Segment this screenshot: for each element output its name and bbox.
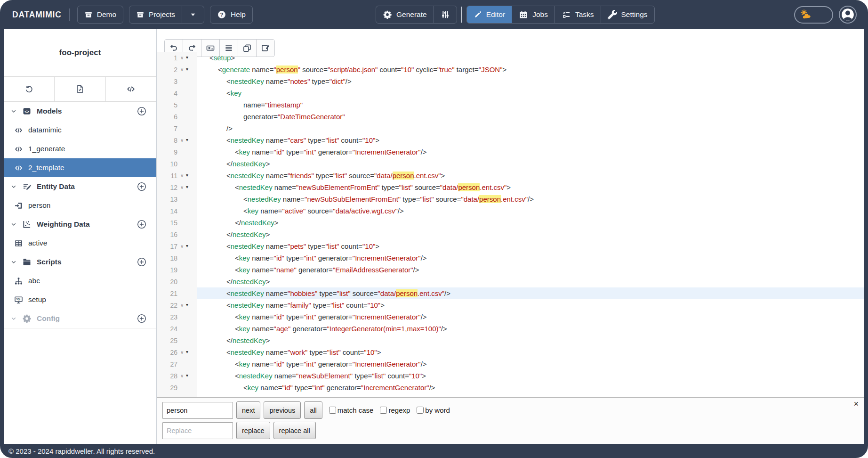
- fold-triangle-icon[interactable]: ▼: [185, 185, 189, 189]
- fold-chevron-icon[interactable]: ∨: [180, 138, 184, 143]
- code-line-2[interactable]: <generate name="person" source="script/a…: [197, 64, 864, 75]
- add-scripts-button[interactable]: [137, 257, 147, 267]
- code-line-6[interactable]: generator="DateTimeGenerator": [197, 111, 864, 123]
- code-line-4[interactable]: <key: [197, 87, 864, 99]
- fold-chevron-icon[interactable]: ∨: [180, 374, 184, 378]
- code-line-14[interactable]: <key name="active" source="data/active.w…: [197, 205, 864, 217]
- fold-triangle-icon[interactable]: ▼: [185, 374, 189, 378]
- replace-button[interactable]: replace: [236, 422, 270, 439]
- fold-chevron-icon[interactable]: ∨: [180, 350, 184, 355]
- fold-triangle-icon[interactable]: ▼: [185, 244, 189, 248]
- by-word-checkbox[interactable]: [417, 407, 424, 414]
- find-all-button[interactable]: all: [304, 401, 322, 419]
- generate-button[interactable]: Generate: [376, 6, 434, 23]
- sidebar-item-2-template[interactable]: 2_template: [4, 158, 156, 177]
- code-line-22[interactable]: <nestedKey name="family" type="list" cou…: [197, 299, 864, 311]
- add-models-button[interactable]: [137, 106, 147, 116]
- code-line-15[interactable]: </nestedKey>: [197, 217, 864, 229]
- find-previous-button[interactable]: previous: [264, 401, 301, 419]
- add-config-button[interactable]: [137, 313, 147, 324]
- code-line-18[interactable]: <key name="id" type="int" generator="Inc…: [197, 252, 864, 264]
- code-line-1[interactable]: <setup>: [197, 52, 864, 64]
- sidebar-item-1-generate[interactable]: 1_generate: [4, 139, 156, 158]
- by-word-option[interactable]: by word: [417, 406, 450, 414]
- sidebar-section-models[interactable]: <>Models: [4, 102, 156, 121]
- sidebar-item-person[interactable]: person: [4, 196, 156, 215]
- user-menu-button[interactable]: [839, 6, 857, 24]
- sidebar-item-setup[interactable]: SQLsetup: [4, 290, 156, 309]
- editor-code[interactable]: <setup><generate name="person" source="s…: [197, 52, 864, 397]
- code-line-8[interactable]: <nestedKey name="cars" type="list" count…: [197, 134, 864, 146]
- match-case-checkbox[interactable]: [329, 407, 336, 414]
- replace-input[interactable]: [162, 422, 233, 439]
- demo-button[interactable]: Demo: [77, 6, 123, 24]
- code-line-23[interactable]: <key name="id" type="int" generator="Inc…: [197, 311, 864, 323]
- fold-chevron-icon[interactable]: ∨: [180, 185, 184, 190]
- code-line-17[interactable]: <nestedKey name="pets" type="list" count…: [197, 240, 864, 252]
- code-line-29[interactable]: <key name="id" type="int" generator="Inc…: [197, 382, 864, 393]
- help-button[interactable]: ? Help: [210, 6, 253, 24]
- fold-triangle-icon[interactable]: ▼: [185, 67, 189, 72]
- fold-triangle-icon[interactable]: ▼: [185, 303, 189, 307]
- fold-chevron-icon[interactable]: ∨: [180, 303, 184, 308]
- fold-triangle-icon[interactable]: ▼: [185, 138, 189, 142]
- code-line-28[interactable]: <nestedKey name="newSubElement" type="li…: [197, 370, 864, 382]
- fold-chevron-icon[interactable]: ∨: [180, 244, 184, 249]
- fold-triangle-icon[interactable]: ▼: [185, 350, 189, 354]
- fold-triangle-icon[interactable]: ▼: [185, 56, 189, 60]
- fold-markers[interactable]: ∨▼: [177, 185, 189, 190]
- code-line-9[interactable]: <key name="id" type="int" generator="Inc…: [197, 146, 864, 158]
- generate-options-button[interactable]: [434, 6, 457, 23]
- replace-all-button[interactable]: replace all: [273, 422, 316, 439]
- code-line-13[interactable]: <nestedKey name="newSubSubElementFromEnt…: [197, 193, 864, 205]
- sidebar-item-abc[interactable]: abc: [4, 271, 156, 290]
- tab-settings[interactable]: Settings: [601, 6, 654, 23]
- find-next-button[interactable]: next: [236, 401, 260, 419]
- sidebar-section-entity-data[interactable]: Entity Data: [4, 177, 156, 196]
- tab-editor[interactable]: Editor: [467, 6, 512, 23]
- refresh-button[interactable]: [4, 77, 54, 101]
- fold-markers[interactable]: ∨▼: [177, 244, 189, 249]
- fold-markers[interactable]: ∨▼: [177, 303, 189, 308]
- fold-markers[interactable]: ∨▼: [177, 67, 189, 72]
- file-check-button[interactable]: [54, 77, 105, 101]
- sidebar-item-active[interactable]: active: [4, 234, 156, 253]
- code-line-16[interactable]: </nestedKey>: [197, 229, 864, 240]
- tab-tasks[interactable]: Tasks: [555, 6, 601, 23]
- find-input[interactable]: [162, 402, 233, 419]
- code-line-24[interactable]: <key name="age" generator="IntegerGenera…: [197, 323, 864, 335]
- fold-markers[interactable]: ∨▼: [177, 173, 189, 178]
- sidebar-section-config[interactable]: Config: [4, 309, 156, 328]
- regexp-checkbox[interactable]: [380, 407, 387, 414]
- code-line-5[interactable]: name="timestamp": [197, 99, 864, 111]
- fold-markers[interactable]: ∨▼: [177, 138, 189, 143]
- fold-chevron-icon[interactable]: ∨: [180, 173, 184, 178]
- fold-chevron-icon[interactable]: ∨: [180, 67, 184, 72]
- regexp-option[interactable]: regexp: [380, 406, 410, 414]
- code-line-3[interactable]: <nestedKey name="notes" type="dict"/>: [197, 75, 864, 87]
- add-entity-data-button[interactable]: [137, 181, 147, 192]
- fold-markers[interactable]: ∨▼: [177, 374, 189, 378]
- fold-markers[interactable]: ∨▼: [177, 56, 189, 60]
- code-line-11[interactable]: <nestedKey name="friends" type="list" so…: [197, 170, 864, 181]
- projects-button[interactable]: Projects: [129, 6, 182, 23]
- sidebar-item-datamimic[interactable]: datamimic: [4, 121, 156, 139]
- code-editor[interactable]: 1∨▼2∨▼345678∨▼91011∨▼12∨▼1314151617∨▼181…: [157, 52, 864, 397]
- fold-triangle-icon[interactable]: ▼: [185, 173, 189, 178]
- code-line-19[interactable]: <key name="name" generator="EmailAddress…: [197, 264, 864, 276]
- code-line-10[interactable]: </nestedKey>: [197, 158, 864, 170]
- code-line-12[interactable]: <nestedKey name="newSubElementFromEnt" t…: [197, 181, 864, 193]
- code-line-7[interactable]: />: [197, 123, 864, 134]
- add-weighting-data-button[interactable]: [137, 219, 147, 229]
- code-line-21[interactable]: <nestedKey name="hobbies" type="list" so…: [197, 287, 864, 299]
- match-case-option[interactable]: match case: [329, 406, 374, 414]
- code-line-30[interactable]: </nestedKey>: [197, 393, 864, 397]
- theme-toggle[interactable]: [794, 6, 833, 24]
- tab-jobs[interactable]: Jobs: [512, 6, 555, 23]
- projects-dropdown-button[interactable]: [182, 6, 204, 23]
- close-search-icon[interactable]: ×: [853, 400, 859, 408]
- code-button[interactable]: [105, 77, 156, 101]
- sidebar-section-weighting-data[interactable]: Weighting Data: [4, 215, 156, 234]
- sidebar-section-scripts[interactable]: Scripts: [4, 253, 156, 271]
- code-line-25[interactable]: </nestedKey>: [197, 335, 864, 346]
